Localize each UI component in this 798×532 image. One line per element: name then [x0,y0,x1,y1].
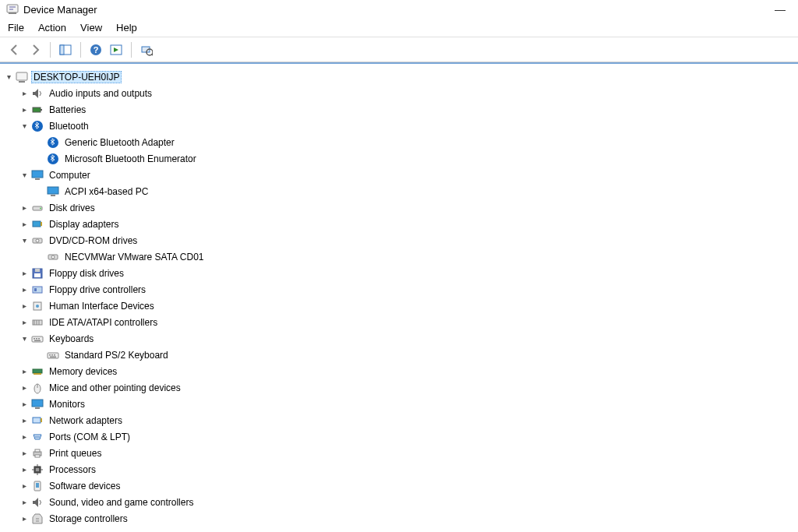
svg-rect-46 [36,338,37,340]
chevron-right-icon[interactable]: ▸ [19,219,30,230]
chevron-right-icon[interactable]: ▸ [19,382,30,393]
tree-item-keyboard-child[interactable]: ▸ Standard PS/2 Keyboard [3,347,795,363]
tree-item-bluetooth[interactable]: ▾ Bluetooth [3,118,795,134]
svg-rect-27 [33,221,41,227]
tree-item-computer-child[interactable]: ▸ ACPI x64-based PC [3,183,795,199]
display-adapter-icon [31,218,44,231]
tree-item-printq[interactable]: ▸ Print queues [3,445,795,461]
back-button[interactable] [6,41,23,58]
menu-view[interactable]: View [80,22,102,33]
svg-rect-36 [33,287,42,293]
chevron-right-icon[interactable]: ▸ [19,203,30,213]
chevron-down-icon[interactable]: ▾ [19,121,30,132]
tree-item-dvd[interactable]: ▾ DVD/CD-ROM drives [3,232,795,248]
tree-item-dvd-child[interactable]: ▸ NECVMWar VMware SATA CD01 [3,248,795,265]
chevron-right-icon[interactable]: ▸ [19,399,30,410]
chevron-right-icon[interactable]: ▸ [19,481,30,491]
menu-file[interactable]: File [8,22,24,33]
bluetooth-icon [47,136,59,149]
chevron-right-icon[interactable]: ▸ [19,317,30,328]
tree-item-bluetooth-adapter[interactable]: ▸ Generic Bluetooth Adapter [3,134,795,150]
svg-rect-16 [33,107,41,112]
window-title: Device Manager [23,4,775,16]
tree-item-software[interactable]: ▸ Software devices [3,477,795,494]
svg-point-62 [35,436,37,438]
tree-item-audio[interactable]: ▸ Audio inputs and outputs [3,85,795,101]
tree-label: Software devices [47,480,122,492]
chevron-right-icon[interactable]: ▸ [19,448,30,459]
svg-marker-9 [114,48,118,52]
chevron-down-icon[interactable]: ▾ [19,235,30,246]
forward-button[interactable] [26,41,44,58]
tree-item-memory[interactable]: ▸ Memory devices [3,363,795,379]
chevron-right-icon[interactable]: ▸ [19,432,30,442]
tree-label: Disk drives [47,202,97,214]
tree-item-computer[interactable]: ▾ Computer [3,167,795,183]
svg-point-30 [36,239,39,242]
svg-text:?: ? [94,45,99,55]
tree-label: Floppy disk drives [47,267,126,280]
svg-point-63 [37,436,38,438]
tree-item-floppy-drives[interactable]: ▸ Floppy disk drives [3,265,795,281]
chevron-right-icon[interactable]: ▸ [19,513,30,524]
chevron-right-icon[interactable]: ▸ [19,104,30,115]
tree-item-mice[interactable]: ▸ Mice and other pointing devices [3,379,795,396]
floppy-icon [31,267,44,280]
tree-item-network[interactable]: ▸ Network adapters [3,412,795,428]
svg-point-39 [36,305,39,308]
tree-root-label: DESKTOP-UEH0IJP [31,71,122,83]
device-tree[interactable]: ▾ DESKTOP-UEH0IJP ▸ Audio inputs and out… [0,62,798,530]
chevron-right-icon[interactable]: ▸ [19,464,30,475]
tree-item-monitors[interactable]: ▸ Monitors [3,396,795,412]
svg-rect-3 [9,12,16,14]
ide-icon [31,316,44,329]
svg-rect-45 [34,338,35,340]
tree-item-processors[interactable]: ▸ Processors [3,461,795,477]
separator [50,42,51,58]
chevron-down-icon[interactable]: ▾ [19,170,30,181]
chevron-right-icon[interactable]: ▸ [19,88,30,99]
tree-item-display[interactable]: ▸ Display adapters [3,216,795,232]
scan-hardware-button[interactable] [138,41,155,58]
tree-item-ide[interactable]: ▸ IDE ATA/ATAPI controllers [3,314,795,330]
svg-rect-48 [34,340,41,341]
tree-item-disk[interactable]: ▸ Disk drives [3,199,795,216]
battery-icon [31,104,44,116]
tree-item-ports[interactable]: ▸ Ports (COM & LPT) [3,428,795,445]
help-button[interactable]: ? [87,41,104,58]
mouse-icon [31,382,44,394]
tree-label: Keyboards [47,333,96,345]
monitor-icon [47,185,59,198]
cpu-icon [31,463,44,476]
tree-item-sound[interactable]: ▸ Sound, video and game controllers [3,494,795,510]
chevron-right-icon[interactable]: ▸ [19,301,30,312]
menu-action[interactable]: Action [38,22,66,33]
svg-rect-60 [33,417,41,423]
tree-item-keyboards[interactable]: ▾ Keyboards [3,330,795,347]
tree-item-bluetooth-enum[interactable]: ▸ Microsoft Bluetooth Enumerator [3,150,795,167]
tree-label: DVD/CD-ROM drives [47,234,139,247]
show-hide-console-tree-button[interactable] [57,41,74,58]
svg-rect-53 [50,356,56,358]
chevron-right-icon[interactable]: ▸ [19,268,30,279]
svg-rect-61 [41,418,42,422]
action-button[interactable] [108,41,125,58]
separator [131,42,132,58]
tree-item-hid[interactable]: ▸ Human Interface Devices [3,298,795,314]
chevron-down-icon[interactable]: ▾ [3,72,14,83]
chevron-down-icon[interactable]: ▾ [19,333,30,344]
tree-item-storage[interactable]: ▸ Storage controllers [3,510,795,527]
svg-rect-37 [34,288,37,291]
svg-marker-76 [33,498,38,507]
svg-rect-35 [34,273,41,277]
chevron-right-icon[interactable]: ▸ [19,366,30,377]
tree-item-batteries[interactable]: ▸ Batteries [3,101,795,118]
tree-label: IDE ATA/ATAPI controllers [47,316,160,329]
tree-item-floppy-ctrl[interactable]: ▸ Floppy drive controllers [3,281,795,298]
chevron-right-icon[interactable]: ▸ [19,497,30,508]
chevron-right-icon[interactable]: ▸ [19,415,30,426]
minimize-button[interactable]: — [775,3,786,16]
chevron-right-icon[interactable]: ▸ [19,284,30,295]
tree-root[interactable]: ▾ DESKTOP-UEH0IJP [3,69,795,85]
menu-help[interactable]: Help [116,22,137,33]
